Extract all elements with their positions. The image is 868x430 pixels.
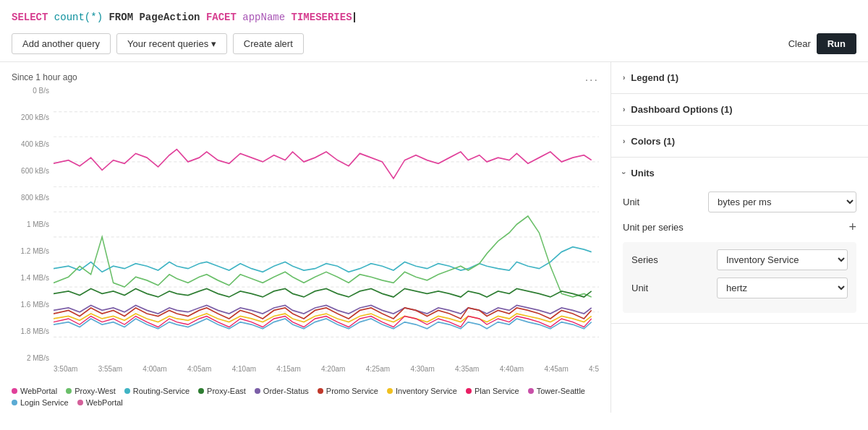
y-axis-label: 2 MB/s [12, 354, 54, 362]
legend-dot [66, 388, 72, 394]
legend-item: Promo Service [318, 387, 378, 395]
legend-item: Routing-Service [124, 387, 190, 395]
add-query-button[interactable]: Add another query [12, 33, 111, 54]
legend-item-label: Tower-Seattle [537, 387, 585, 395]
query-table: PageAction [139, 12, 200, 23]
legend-item-label: Proxy-East [207, 387, 246, 395]
sidebar: › Legend (1) › Dashboard Options (1) › C… [611, 62, 868, 413]
dashboard-options-header[interactable]: › Dashboard Options (1) [611, 94, 868, 125]
chart-menu-button[interactable]: ... [585, 71, 599, 84]
legend-item-label: Proxy-West [75, 387, 116, 395]
units-section-header[interactable]: › Units [611, 158, 868, 189]
series-unit-select[interactable]: hertzbytes per msbytes per srequests per… [717, 278, 848, 298]
colors-section-label: Colors (1) [631, 136, 675, 147]
dashboard-options-label: Dashboard Options (1) [631, 104, 732, 115]
chart-header: Since 1 hour ago ... [12, 71, 599, 84]
dashboard-options-chevron-icon: › [623, 106, 625, 113]
top-bar: SELECT count(*) FROM PageAction FACET ap… [0, 0, 868, 62]
chart-plot [54, 87, 599, 362]
clear-button[interactable]: Clear [788, 38, 811, 49]
legend-item: WebPortal [77, 398, 123, 407]
y-axis-label: 1.2 MB/s [12, 247, 54, 255]
legend-dot [318, 388, 323, 394]
colors-section: › Colors (1) [611, 126, 868, 158]
legend-item: Order-Status [255, 387, 309, 395]
series-label: Series [631, 254, 711, 265]
units-chevron-icon: › [620, 172, 628, 174]
series-unit-label: Unit [631, 283, 711, 293]
legend-item: Inventory Service [387, 387, 457, 395]
dashboard-options-section: › Dashboard Options (1) [611, 94, 868, 126]
x-axis-label: 4:10am [232, 365, 256, 382]
legend-item: Proxy-West [66, 387, 116, 395]
query-field: appName [242, 12, 285, 23]
legend-dot [198, 388, 204, 394]
colors-chevron-icon: › [623, 137, 625, 145]
x-axis-label: 4:25am [366, 365, 390, 382]
colors-section-header[interactable]: › Colors (1) [611, 126, 868, 157]
legend-chevron-icon: › [623, 74, 625, 82]
legend-dot [255, 388, 260, 394]
unit-per-series-row: Unit per series + [623, 220, 856, 235]
toolbar-right: Clear Run [788, 33, 856, 54]
series-select[interactable]: Inventory ServiceWebPortalLogin ServiceP… [717, 249, 848, 270]
y-axis-label: 200 kB/s [12, 113, 54, 121]
y-axis: 2 MB/s1.8 MB/s1.6 MB/s1.4 MB/s1.2 MB/s1 … [12, 87, 54, 362]
run-button[interactable]: Run [817, 33, 856, 54]
x-axis-label: 4:40am [500, 365, 524, 382]
series-row: Series Inventory ServiceWebPortalLogin S… [631, 249, 848, 270]
legend-dot [12, 388, 17, 394]
legend-item-label: Inventory Service [396, 387, 457, 395]
x-axis: 3:50am3:55am4:00am4:05am4:10am4:15am4:20… [54, 365, 599, 382]
unit-row: Unit bytes per msbytes per sbits per she… [623, 192, 856, 212]
y-axis-label: 1 MB/s [12, 220, 54, 228]
legend-section-label: Legend (1) [631, 72, 678, 83]
x-axis-label: 3:50am [54, 365, 77, 382]
legend-item: Login Service [12, 398, 69, 407]
create-alert-button[interactable]: Create alert [233, 33, 304, 54]
chart-legend: WebPortalProxy-WestRouting-ServiceProxy-… [12, 382, 599, 407]
add-unit-series-button[interactable]: + [848, 220, 856, 235]
x-axis-label: 4:05am [187, 365, 211, 382]
x-axis-label: 4:00am [142, 365, 166, 382]
x-axis-label: 4:35am [455, 365, 479, 382]
query-editor[interactable]: SELECT count(*) FROM PageAction FACET ap… [12, 7, 856, 27]
legend-dot [12, 400, 17, 405]
legend-dot [466, 388, 472, 394]
legend-dot [77, 400, 83, 405]
chart-time-label: Since 1 hour ago [12, 72, 77, 82]
x-axis-label: 4:45am [544, 365, 568, 382]
legend-section: › Legend (1) [611, 62, 868, 94]
x-axis-label: 4:30am [410, 365, 434, 382]
legend-item: Tower-Seattle [528, 387, 585, 395]
series-unit-block: Series Inventory ServiceWebPortalLogin S… [623, 242, 856, 313]
keyword-from: FROM [109, 12, 133, 23]
legend-dot [387, 388, 393, 394]
legend-item: Proxy-East [198, 387, 246, 395]
legend-item-label: Login Service [20, 398, 69, 407]
legend-item-label: Order-Status [263, 387, 309, 395]
legend-item-label: WebPortal [20, 387, 57, 395]
recent-queries-button[interactable]: Your recent queries [116, 33, 227, 54]
series-unit-row: Unit hertzbytes per msbytes per srequest… [631, 278, 848, 298]
query-func: count(*) [54, 12, 103, 23]
legend-item: Plan Service [466, 387, 519, 395]
legend-item: WebPortal [12, 387, 57, 395]
chart-area: Since 1 hour ago ... 2 MB/s1.8 MB/s1.6 M… [0, 62, 611, 413]
x-axis-label: 4:15am [276, 365, 300, 382]
chart-wrapper: 2 MB/s1.8 MB/s1.6 MB/s1.4 MB/s1.2 MB/s1 … [12, 87, 599, 382]
units-content: Unit bytes per msbytes per sbits per she… [611, 189, 868, 323]
x-axis-label: 4:5 [589, 365, 599, 382]
units-section-label: Units [631, 168, 655, 179]
unit-select[interactable]: bytes per msbytes per sbits per shertzre… [708, 192, 856, 212]
y-axis-label: 1.6 MB/s [12, 301, 54, 309]
unit-per-series-label: Unit per series [623, 222, 702, 233]
keyword-facet: FACET [206, 12, 237, 23]
y-axis-label: 800 kB/s [12, 194, 54, 202]
keyword-timeseries: TIMESERIES [292, 12, 352, 23]
legend-section-header[interactable]: › Legend (1) [611, 62, 868, 93]
y-axis-label: 1.8 MB/s [12, 327, 54, 335]
toolbar: Add another query Your recent queries Cr… [12, 27, 856, 61]
units-section: › Units Unit bytes per msbytes per sbits… [611, 158, 868, 324]
keyword-select: SELECT [12, 12, 48, 23]
